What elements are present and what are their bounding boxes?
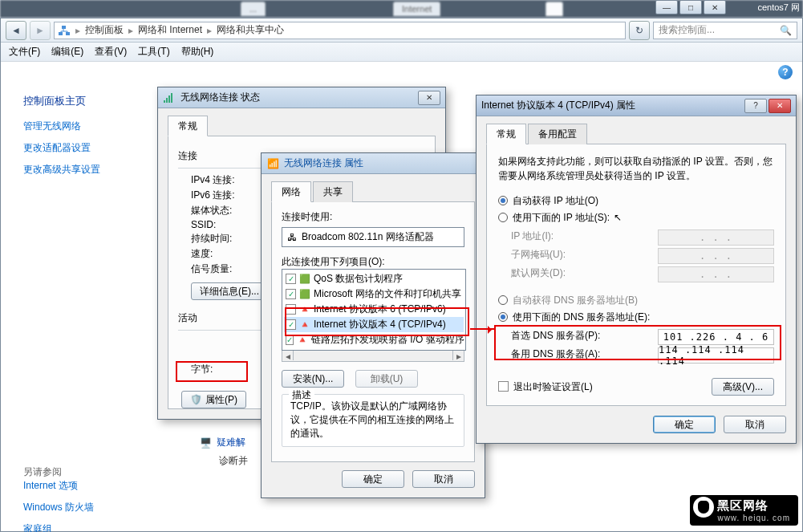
properties-button[interactable]: 🛡️ 属性(P)	[181, 391, 246, 408]
radio-auto-dns[interactable]	[498, 295, 508, 305]
label-ipv4: IPv4 连接:	[191, 173, 258, 187]
protocol-list[interactable]: ✓🟩QoS 数据包计划程序✓🟩Microsoft 网络的文件和打印机共享🔺Int…	[282, 269, 466, 351]
adapter-icon: 📶	[266, 157, 279, 170]
label-validate: 退出时验证设置(L)	[513, 381, 593, 392]
ipv4-properties-dialog: Internet 协议版本 4 (TCP/IPv4) 属性 ? ✕ 常规 备用配…	[476, 95, 797, 444]
tab-sharing[interactable]: 共享	[313, 181, 353, 202]
alternate-dns-field[interactable]: 114 .114 .114 .114	[658, 347, 774, 363]
browser-tab[interactable]	[545, 2, 563, 16]
protocol-item[interactable]: 🔺Internet 协议版本 6 (TCP/IPv6)	[284, 302, 464, 317]
label-auto-ip: 自动获得 IP 地址(O)	[513, 195, 598, 206]
ok-button[interactable]: 确定	[342, 470, 404, 488]
forward-button[interactable]: ►	[30, 21, 51, 40]
tab-alternate[interactable]: 备用配置	[528, 124, 587, 144]
watermark-url: www. heiqu. com	[717, 514, 790, 522]
description-text: TCP/IP。该协议是默认的广域网络协议，它提供在不同的相互连接的网络上的通讯。	[290, 400, 456, 440]
ok-button[interactable]: 确定	[653, 416, 716, 433]
radio-use-ip[interactable]	[498, 213, 508, 222]
troubleshoot-link[interactable]: 疑难解	[217, 436, 245, 449]
label-media: 媒体状态:	[191, 204, 258, 217]
checkbox-icon[interactable]: ✓	[286, 274, 296, 284]
menu-file[interactable]: 文件(F)	[9, 45, 40, 59]
connection-properties-dialog: 📶 无线网络连接 属性 网络 共享 连接时使用: 🖧 Broadcom 802.…	[261, 152, 485, 498]
browser-tab[interactable]: Internet	[393, 2, 440, 16]
back-button[interactable]: ◄	[6, 21, 26, 40]
checkbox-icon[interactable]: ✓	[286, 335, 294, 345]
radio-auto-ip[interactable]	[498, 196, 508, 205]
protocol-label: 链路层拓扑发现映射器 I/O 驱动程序	[311, 333, 464, 347]
svg-rect-1	[66, 32, 70, 35]
breadcrumb[interactable]: 网络和共享中心	[217, 23, 284, 37]
title-fragment: centos7 网	[757, 2, 800, 14]
install-button[interactable]: 安装(N)...	[282, 370, 344, 388]
label-ssid: SSID:	[191, 219, 258, 230]
sidebar: 控制面板主页 管理无线网络 更改适配器设置 更改高级共享设置 另请参阅 Inte…	[1, 81, 153, 531]
adapter-icon: 🖧	[287, 232, 297, 243]
window-close[interactable]: ✕	[704, 0, 726, 14]
close-button[interactable]: ✕	[418, 91, 440, 105]
uninstall-button[interactable]: 卸载(U)	[355, 370, 418, 388]
close-button[interactable]: ✕	[769, 99, 791, 113]
service-icon: 🟩	[299, 274, 310, 285]
label-description: 描述	[289, 388, 314, 402]
sidebar-link-firewall[interactable]: Windows 防火墙	[23, 501, 153, 514]
sidebar-link-internet-options[interactable]: Internet 选项	[23, 479, 153, 493]
content-area: 🖥️疑难解 诊断并	[200, 436, 248, 473]
checkbox-icon[interactable]: ✓	[286, 289, 296, 299]
protocol-icon: 🔺	[299, 304, 310, 315]
help-button[interactable]: ?	[744, 99, 767, 113]
search-input[interactable]: 搜索控制面... 🔍	[653, 22, 797, 39]
mask-field: . . .	[658, 248, 774, 264]
help-icon[interactable]: ?	[778, 65, 793, 79]
tab-network[interactable]: 网络	[271, 181, 311, 202]
sidebar-link-adapter-settings[interactable]: 更改适配器设置	[23, 141, 153, 155]
window-maximize[interactable]: □	[679, 0, 702, 14]
chevron-right-icon: ▸	[207, 25, 212, 36]
advanced-button[interactable]: 高级(V)...	[712, 378, 774, 396]
dialog-title: Internet 协议版本 4 (TCP/IPv4) 属性	[481, 99, 635, 112]
label-ip: IP 地址(I):	[511, 229, 554, 246]
label-speed: 速度:	[191, 247, 258, 261]
browser-tab[interactable]: ...	[241, 2, 266, 16]
troubleshoot-icon: 🖥️	[200, 437, 212, 449]
label-preferred-dns: 首选 DNS 服务器(P):	[511, 329, 600, 345]
sidebar-link-manage-wireless[interactable]: 管理无线网络	[23, 120, 153, 133]
window-minimize[interactable]: —	[655, 0, 678, 14]
cursor-icon: ↖	[614, 212, 622, 223]
checkbox-icon[interactable]: ✓	[286, 319, 296, 330]
checkbox-validate[interactable]	[498, 381, 509, 392]
protocol-item[interactable]: ✓🔺Internet 协议版本 4 (TCP/IPv4)	[284, 317, 464, 332]
menu-edit[interactable]: 编辑(E)	[51, 45, 83, 59]
label-auto-dns: 自动获得 DNS 服务器地址(B)	[513, 294, 638, 306]
protocol-label: Internet 协议版本 6 (TCP/IPv6)	[314, 303, 446, 316]
cancel-button[interactable]: 取消	[412, 470, 475, 488]
protocol-item[interactable]: ✓🟩QoS 数据包计划程序	[284, 271, 464, 286]
address-bar[interactable]: ▸ 控制面板 ▸ 网络和 Internet ▸ 网络和共享中心	[54, 22, 626, 39]
sidebar-link-homegroup[interactable]: 家庭组	[23, 522, 153, 532]
adapter-name: Broadcom 802.11n 网络适配器	[302, 230, 434, 244]
scrollbar-horizontal[interactable]: ◂ ▸	[282, 351, 464, 362]
tab-general[interactable]: 常规	[168, 116, 208, 136]
menu-tools[interactable]: 工具(T)	[138, 45, 169, 59]
label-bytes: 字节:	[191, 363, 258, 376]
nav-bar: ◄ ► ▸ 控制面板 ▸ 网络和 Internet ▸ 网络和共享中心 ↻ 搜索…	[1, 18, 802, 43]
cancel-button[interactable]: 取消	[724, 416, 786, 433]
details-button[interactable]: 详细信息(E)...	[191, 282, 268, 300]
menu-view[interactable]: 查看(V)	[95, 45, 127, 59]
protocol-label: Internet 协议版本 4 (TCP/IPv4)	[314, 318, 446, 331]
breadcrumb[interactable]: 网络和 Internet	[138, 23, 202, 37]
search-icon: 🔍	[780, 25, 792, 36]
protocol-item[interactable]: ✓🟩Microsoft 网络的文件和打印机共享	[284, 286, 464, 302]
svg-rect-3	[164, 100, 165, 103]
tab-general[interactable]: 常规	[486, 124, 526, 144]
sidebar-link-advanced-sharing[interactable]: 更改高级共享设置	[23, 163, 153, 177]
preferred-dns-field[interactable]: 101 .226 . 4 . 6	[658, 329, 774, 345]
menu-help[interactable]: 帮助(H)	[181, 45, 214, 59]
protocol-item[interactable]: ✓🔺链路层拓扑发现映射器 I/O 驱动程序	[284, 332, 464, 347]
refresh-button[interactable]: ↻	[629, 21, 650, 40]
radio-use-dns[interactable]	[498, 312, 508, 322]
checkbox-icon[interactable]	[286, 304, 296, 315]
label-duration: 持续时间:	[191, 232, 258, 246]
ip-field: . . .	[658, 229, 774, 246]
breadcrumb[interactable]: 控制面板	[85, 23, 124, 37]
